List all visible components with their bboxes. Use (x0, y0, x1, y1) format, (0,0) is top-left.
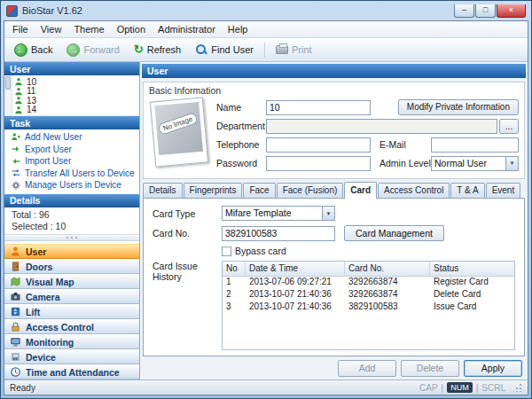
department-browse-button[interactable]: ... (499, 119, 519, 134)
task-label: Transfer All Users to Device (25, 168, 135, 178)
cell-date-time: 2013-10-07 21:40:36 (246, 289, 345, 301)
tab-face[interactable]: Face (243, 183, 275, 198)
user-list-item[interactable]: 13 (14, 96, 137, 106)
basic-information-title: Basic Information (149, 85, 519, 96)
delete-button[interactable]: Delete (401, 360, 459, 377)
table-row[interactable]: 1 2013-07-06 09:27:21 3292663874 Registe… (223, 277, 514, 289)
tab-card[interactable]: Card (344, 182, 377, 199)
user-list-item[interactable]: 11 (14, 87, 137, 97)
name-field[interactable] (266, 100, 371, 115)
resize-grip[interactable] (513, 383, 522, 392)
add-button[interactable]: Add (338, 360, 396, 377)
user-list-items: 10 11 13 14 (12, 75, 139, 115)
bypass-card-checkbox[interactable] (222, 246, 231, 256)
forward-label: Forward (83, 44, 119, 55)
menu-theme[interactable]: Theme (67, 22, 110, 36)
user-list-item[interactable]: 10 (14, 77, 137, 87)
card-management-button[interactable]: Card Management (344, 225, 444, 241)
chevron-down-icon: ▼ (322, 207, 334, 220)
nav-visual-map[interactable]: Visual Map (4, 274, 139, 289)
nav-lift[interactable]: Lift (4, 304, 139, 319)
basic-information-group: Basic Information No Image Name Modify P (143, 82, 525, 179)
card-no-field[interactable] (222, 226, 335, 241)
status-ready: Ready (10, 383, 35, 393)
user-list-scrollbar[interactable] (4, 75, 12, 115)
nav-camera[interactable]: Camera (4, 289, 139, 304)
scrollbar-thumb[interactable] (5, 76, 11, 90)
task-export-user[interactable]: Export User (4, 144, 139, 156)
menu-view[interactable]: View (35, 22, 68, 36)
menu-file[interactable]: File (6, 22, 35, 36)
col-header-status[interactable]: Status (430, 262, 514, 276)
close-button[interactable]: × (497, 4, 526, 18)
col-header-card-no[interactable]: Card No. (345, 262, 430, 276)
print-button[interactable]: Print (270, 43, 318, 57)
password-field[interactable] (266, 156, 371, 171)
cell-no: 1 (223, 277, 246, 289)
door-icon (9, 261, 21, 273)
card-issue-history-label: Card Issue History (153, 261, 222, 350)
menu-help[interactable]: Help (222, 22, 254, 36)
forward-button[interactable]: → Forward (60, 42, 125, 59)
nav-access-control[interactable]: Access Control (4, 319, 139, 334)
col-header-date-time[interactable]: Date & Time (246, 262, 345, 276)
user-person-icon (14, 87, 23, 96)
table-header-row: No Date & Time Card No. Status (223, 262, 514, 277)
nav-user[interactable]: User (4, 244, 139, 259)
user-icon (9, 246, 21, 258)
tab-details[interactable]: Details (143, 183, 183, 198)
status-separator: | (476, 383, 479, 393)
maximize-button[interactable]: □ (475, 4, 496, 18)
email-field[interactable] (431, 137, 519, 153)
tab-fingerprints[interactable]: Fingerprints (184, 183, 243, 198)
task-transfer-users[interactable]: Transfer All Users to Device (4, 168, 139, 180)
tab-face-fusion[interactable]: Face (Fusion) (277, 183, 344, 198)
nav-monitoring[interactable]: Monitoring (4, 334, 139, 349)
nav-device[interactable]: Device (4, 349, 139, 364)
modify-private-info-button[interactable]: Modify Private Information (398, 99, 519, 115)
tab-t-and-a[interactable]: T & A (450, 183, 484, 198)
card-type-select[interactable]: Mifare Template ▼ (222, 206, 335, 221)
password-label: Password (216, 158, 266, 168)
back-button[interactable]: ← Back (8, 42, 59, 59)
admin-level-select[interactable]: Normal User ▼ (431, 156, 519, 171)
nav-label: Monitoring (26, 337, 74, 348)
telephone-field[interactable] (266, 137, 371, 153)
task-import-user[interactable]: Import User (4, 155, 139, 168)
col-header-no[interactable]: No (223, 262, 246, 276)
map-icon (9, 276, 21, 288)
nav-label: Lift (26, 307, 40, 317)
menu-administrator[interactable]: Administrator (152, 22, 222, 36)
details-selected: Selected : 10 (12, 221, 132, 232)
apply-button[interactable]: Apply (464, 360, 522, 377)
lock-icon (9, 321, 21, 333)
find-user-button[interactable]: Find User (189, 42, 260, 58)
cell-date-time: 2013-07-06 09:27:21 (246, 277, 345, 289)
minimize-button[interactable]: – (454, 4, 474, 18)
tab-event[interactable]: Event (486, 183, 521, 198)
caps-lock-indicator: CAP (419, 383, 438, 393)
tab-access-control[interactable]: Access Control (378, 183, 450, 198)
nav-doors[interactable]: Doors (4, 259, 139, 274)
cell-card-no: 3292663874 (345, 277, 430, 289)
table-row[interactable]: 3 2013-10-07 21:40:36 3829100583 Issue C… (223, 301, 514, 314)
menu-option[interactable]: Option (111, 22, 152, 36)
refresh-button[interactable]: ↻ Refresh (128, 42, 187, 58)
sidebar-splitter[interactable] (4, 234, 139, 241)
user-id-label: 11 (27, 86, 35, 96)
nav-label: Camera (26, 292, 60, 302)
table-row[interactable]: 2 2013-10-07 21:40:36 3292663874 Delete … (223, 289, 514, 301)
department-field[interactable] (266, 119, 497, 134)
nav-label: User (26, 246, 46, 257)
user-list-item[interactable]: 14 (14, 106, 137, 115)
nav-time-attendance[interactable]: Time and Attendance (4, 364, 139, 379)
bypass-card-label: Bypass card (235, 246, 286, 256)
admin-level-value: Normal User (434, 158, 487, 168)
basic-info-fields: Name Modify Private Information Departme… (216, 98, 519, 174)
task-add-new-user[interactable]: Add New User (4, 131, 139, 144)
import-icon (11, 156, 21, 167)
add-user-icon (11, 132, 21, 143)
details-info: Total : 96 Selected : 10 (4, 207, 139, 234)
menu-bar: File View Theme Option Administrator Hel… (4, 21, 528, 38)
task-manage-users[interactable]: Manage Users in Device (4, 179, 139, 192)
